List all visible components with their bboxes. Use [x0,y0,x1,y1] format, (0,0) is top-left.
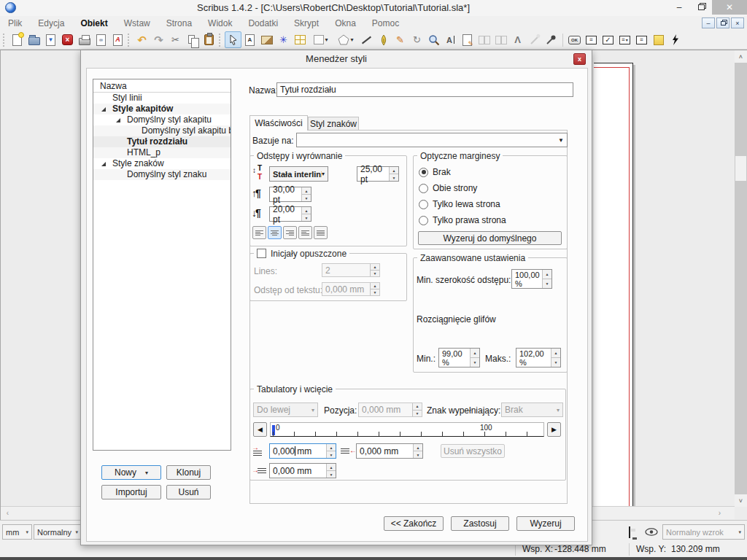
insert-image-frame-button[interactable] [258,31,275,48]
cut-button[interactable]: ✂ [167,31,184,48]
story-editor-button[interactable]: ✎ [459,31,476,48]
insert-table-button[interactable] [292,31,309,48]
ruler-scroll-left-button[interactable]: ◀ [253,422,267,437]
rotate-item-button[interactable]: ↻ [409,31,425,48]
menu-dodatki[interactable]: Dodatki [240,18,286,28]
select-item-button[interactable] [225,31,241,48]
menu-obiekt[interactable]: Obiekt [72,18,115,28]
toolbar-handle[interactable] [3,34,7,47]
finish-button[interactable]: << Zakończ [384,516,444,531]
preflight-verifier-button[interactable]: ∞ [93,31,109,48]
style-name-input[interactable]: Tytuł rozdziału [276,82,573,97]
insert-freehand-button[interactable]: ✎ [392,31,409,48]
radio-optical-both[interactable]: Obie strony [419,183,477,193]
space-below-spinner[interactable]: 20,00 pt ▲▼ [269,206,311,222]
tree-item-default-paragraph-style-bw[interactable]: Domyślny styl akapitu bw [93,125,231,136]
edit-contents-button[interactable]: A [442,31,459,48]
document-page[interactable] [594,63,633,508]
new-document-button[interactable] [9,31,26,48]
shape-dropdown-icon[interactable]: ▾ [325,36,328,43]
open-document-button[interactable] [26,31,42,48]
vertical-scroll-thumb[interactable] [735,156,746,181]
glyph-max-spinner[interactable]: 102,00 % ▲▼ [516,348,561,368]
spinner-arrows[interactable]: ▲▼ [542,270,551,288]
reset-button[interactable]: Wyzeruj [516,516,575,531]
mdi-close-button[interactable]: × [731,18,744,28]
print-button[interactable] [76,31,93,48]
pdf-text-field-tool[interactable]: ≡ [583,31,600,48]
expander-icon[interactable] [101,107,106,112]
spinner-arrows[interactable]: ▲▼ [301,187,311,201]
menu-wstaw[interactable]: Wstaw [116,18,158,28]
ruler-scroll-right-button[interactable]: ▶ [547,422,561,437]
tab-ruler[interactable]: 0 100 [270,422,544,437]
tab-properties[interactable]: Właściwości [249,115,308,131]
mdi-minimize-button[interactable]: – [702,18,715,28]
close-document-button[interactable]: × [59,31,76,48]
insert-polygon-button[interactable]: ▾ [333,31,358,48]
paste-button[interactable] [201,31,217,48]
save-document-button[interactable]: ▼ [42,31,59,48]
based-on-select[interactable]: ▼ [296,133,568,147]
spinner-arrows[interactable]: ▲▼ [389,167,398,181]
expander-icon[interactable] [116,118,120,122]
insert-line-button[interactable] [358,31,375,48]
align-center-button[interactable] [268,226,282,239]
reset-to-default-button[interactable]: Wyzeruj do domyślnego [418,231,562,245]
import-style-button[interactable]: Importuj [101,485,161,499]
close-button[interactable]: ✕ [712,0,747,15]
expander-icon[interactable] [101,162,106,166]
dialog-close-button[interactable]: x [573,53,586,65]
clone-style-button[interactable]: Klonuj [166,465,211,480]
space-above-spinner[interactable]: 30,00 pt ▲▼ [269,187,311,202]
insert-render-frame-button[interactable]: ✳ [275,31,292,48]
measurements-button[interactable]: Λ [509,31,526,48]
tree-item-character-styles[interactable]: Style znaków [93,158,231,169]
pdf-checkbox-tool[interactable]: ✓ [600,31,616,48]
insert-bezier-button[interactable] [375,31,392,48]
delete-style-button[interactable]: Usuń [166,485,211,499]
insert-shape-button[interactable]: ▾ [309,31,333,48]
spinner-arrows[interactable]: ▲▼ [413,444,422,458]
menu-edycja[interactable]: Edycja [30,18,72,28]
drop-caps-checkbox[interactable] [257,249,266,258]
toolbar-handle[interactable] [128,34,131,47]
drop-caps-title[interactable]: Inicjały opuszczone [254,249,349,259]
preview-eye-icon[interactable] [645,528,658,538]
color-management-icon[interactable] [629,527,630,537]
align-right-button[interactable] [283,226,297,239]
pdf-combo-box-tool[interactable]: ≡ [616,31,633,48]
insert-text-frame-button[interactable]: A [241,31,258,48]
restore-button[interactable] [690,0,712,15]
menu-okna[interactable]: Okna [327,18,364,28]
radio-optical-left[interactable]: Tylko lewa strona [419,199,500,209]
minimize-button[interactable]: – [668,0,690,15]
undo-button[interactable]: ↶ [133,31,150,48]
apply-button[interactable]: Zastosuj [451,516,509,531]
tree-item-default-character-style[interactable]: Domyślny styl znaku [93,169,231,180]
spinner-arrows[interactable]: ▲▼ [551,349,560,367]
pdf-push-button-tool[interactable]: OK [566,31,583,48]
radio-optical-none[interactable]: Brak [419,167,451,177]
style-tree[interactable]: Nazwa Styl linii Style akapitów Domyślny… [93,79,231,451]
spinner-arrows[interactable]: ▲▼ [326,464,336,478]
new-style-button[interactable]: Nowy▾ [101,465,161,480]
tree-item-chapter-title[interactable]: Tytuł rozdziału [93,136,231,147]
scroll-left-arrow[interactable]: ‹ [1,507,14,519]
eye-dropper-button[interactable] [543,31,560,48]
spinner-arrows[interactable]: ▲▼ [326,444,336,458]
tree-item-html-p[interactable]: HTML_p [93,147,231,158]
pdf-link-tool[interactable] [667,31,684,48]
radio-optical-right[interactable]: Tylko prawa strona [419,215,506,225]
line-spacing-value-spinner[interactable]: 25,00 pt ▲▼ [357,166,399,182]
line-spacing-mode-select[interactable]: Stała interlinia ▾ [269,166,328,182]
glyph-min-spinner[interactable]: 99,00 % ▲▼ [438,348,480,368]
menu-skrypt[interactable]: Skrypt [286,18,327,28]
tree-item-line-style[interactable]: Styl linii [93,93,231,104]
menu-pomoc[interactable]: Pomoc [364,18,407,28]
first-line-indent-spinner[interactable]: 0,000 mm ▲▼ [269,443,336,459]
scroll-up-arrow[interactable]: ˄ [735,50,747,63]
right-indent-spinner[interactable]: 0,000 mm ▲▼ [356,443,423,459]
zoom-button[interactable] [425,31,442,48]
left-indent-spinner[interactable]: 0,000 mm ▲▼ [269,463,336,478]
